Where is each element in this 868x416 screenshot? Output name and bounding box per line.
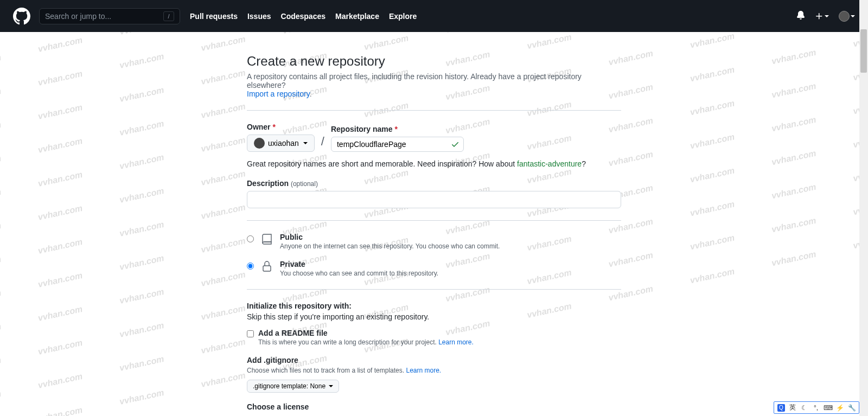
readme-row[interactable]: Add a README file This is where you can … — [247, 329, 621, 346]
slash-key-hint: / — [163, 11, 174, 21]
notifications-icon[interactable] — [796, 11, 805, 21]
ime-toolbar[interactable]: Q 英 ☾ °, ⌨ ⚡ 🔧 — [774, 401, 859, 414]
visibility-private-title: Private — [280, 260, 438, 268]
owner-avatar — [254, 138, 265, 149]
search-input[interactable]: Search or jump to... / — [39, 8, 180, 24]
scrollbar[interactable] — [859, 0, 868, 416]
page-title: Create a new repository — [247, 54, 621, 69]
svg-rect-0 — [263, 266, 271, 271]
primary-nav: Pull requests Issues Codespaces Marketpl… — [190, 12, 417, 21]
settings-icon[interactable]: 🔧 — [848, 404, 856, 412]
initialize-sub: Skip this step if you're importing an ex… — [247, 312, 621, 321]
visibility-private-radio[interactable] — [247, 263, 254, 270]
main-content: Create a new repository A repository con… — [247, 32, 621, 411]
check-icon — [451, 140, 459, 150]
punctuation-icon[interactable]: °, — [812, 404, 820, 412]
nav-codespaces[interactable]: Codespaces — [281, 12, 326, 21]
divider — [247, 110, 621, 111]
nav-marketplace[interactable]: Marketplace — [335, 12, 379, 21]
initialize-header: Initialize this repository with: — [247, 302, 621, 310]
keyboard-icon[interactable]: ⌨ — [824, 404, 832, 412]
gitignore-template-select[interactable]: .gitignore template: None — [247, 380, 339, 393]
readme-desc: This is where you can write a long descr… — [258, 338, 474, 346]
caret-down-icon — [329, 385, 333, 387]
readme-checkbox[interactable] — [247, 330, 254, 337]
visibility-public-row[interactable]: Public Anyone on the internet can see th… — [247, 233, 621, 250]
description-input[interactable] — [247, 191, 621, 208]
divider — [247, 289, 621, 290]
visibility-public-title: Public — [280, 233, 500, 241]
gitignore-header: Add .gitignore — [247, 356, 621, 364]
global-header: Search or jump to... / Pull requests Iss… — [0, 0, 868, 32]
ime-language[interactable]: 英 — [789, 403, 796, 412]
moon-icon[interactable]: ☾ — [800, 404, 808, 412]
repo-name-label: Repository name * — [331, 125, 464, 133]
nav-issues[interactable]: Issues — [247, 12, 271, 21]
repo-public-icon — [260, 233, 273, 247]
readme-learn-more-link[interactable]: Learn more. — [438, 338, 474, 346]
visibility-private-row[interactable]: Private You choose who can see and commi… — [247, 260, 621, 277]
owner-select[interactable]: uxiaohan — [247, 135, 315, 152]
visibility-public-radio[interactable] — [247, 235, 254, 242]
page-subtitle: A repository contains all project files,… — [247, 72, 621, 98]
path-separator: / — [319, 135, 327, 152]
ime-logo-icon: Q — [777, 404, 785, 412]
search-placeholder: Search or jump to... — [45, 12, 111, 21]
repo-name-input[interactable] — [331, 137, 464, 152]
readme-title: Add a README file — [258, 329, 474, 337]
divider — [247, 220, 621, 221]
license-header: Choose a license — [247, 402, 621, 411]
nav-pull-requests[interactable]: Pull requests — [190, 12, 238, 21]
visibility-private-desc: You choose who can see and commit to thi… — [280, 270, 438, 277]
description-label: Description (optional) — [247, 179, 621, 188]
avatar — [839, 11, 850, 22]
visibility-public-desc: Anyone on the internet can see this repo… — [280, 242, 500, 250]
gitignore-desc: Choose which files not to track from a l… — [247, 367, 621, 374]
repo-name-hint: Great repository names are short and mem… — [247, 159, 621, 168]
name-suggestion-link[interactable]: fantastic-adventure — [517, 159, 582, 168]
user-menu[interactable] — [839, 11, 855, 22]
nav-explore[interactable]: Explore — [389, 12, 417, 21]
scrollbar-thumb[interactable] — [860, 29, 867, 73]
caret-down-icon — [303, 142, 308, 144]
import-repository-link[interactable]: Import a repository — [247, 89, 310, 98]
owner-name: uxiaohan — [268, 139, 299, 148]
create-new-menu[interactable] — [815, 12, 829, 21]
github-logo[interactable] — [13, 8, 30, 25]
lock-icon — [260, 260, 273, 274]
owner-label: Owner * — [247, 123, 315, 131]
gitignore-learn-more-link[interactable]: Learn more. — [406, 367, 441, 374]
lightning-icon[interactable]: ⚡ — [836, 404, 844, 412]
